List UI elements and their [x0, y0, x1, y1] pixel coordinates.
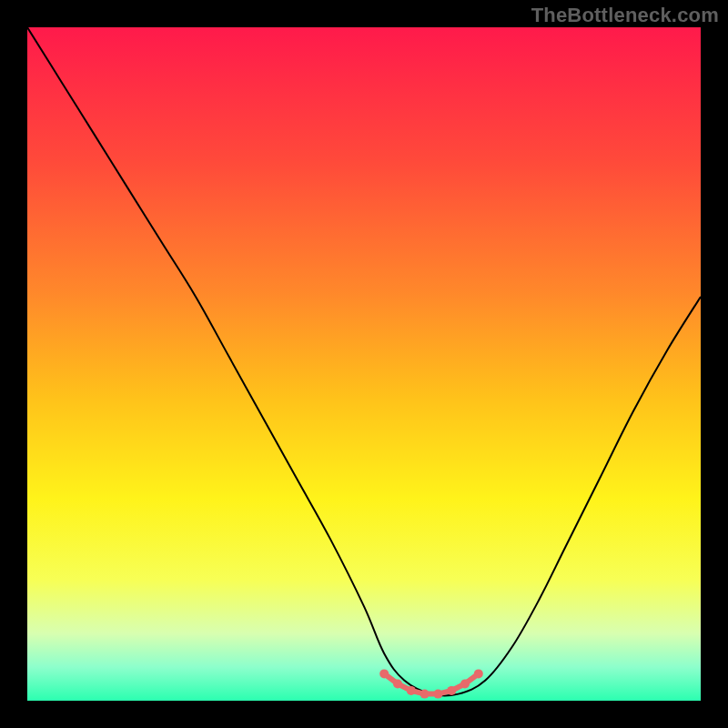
plot-area — [27, 27, 701, 701]
chart-frame: TheBottleneck.com — [0, 0, 728, 728]
watermark-text: TheBottleneck.com — [531, 4, 719, 27]
gradient-background — [27, 27, 701, 701]
chart-svg — [27, 27, 701, 701]
